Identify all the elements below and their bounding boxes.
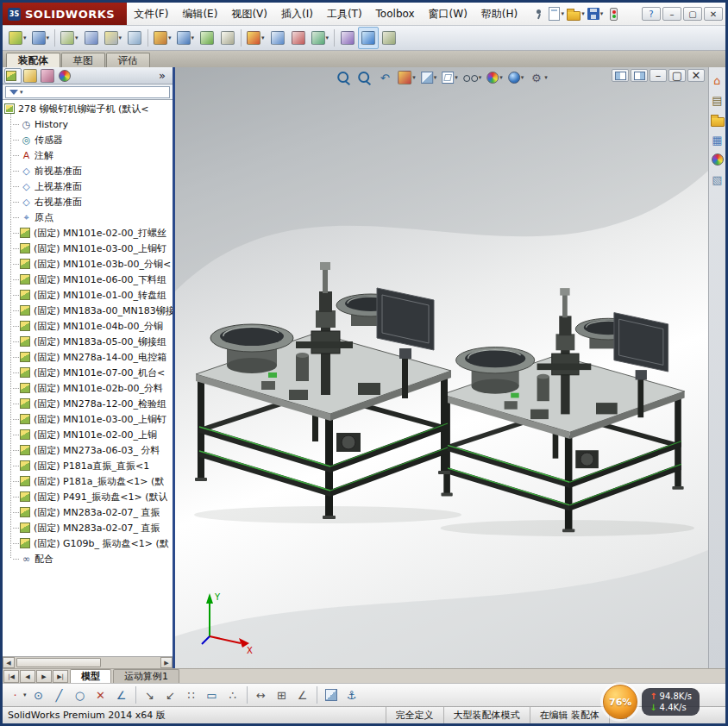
tree-item[interactable]: (固定) MN101e-03-00_上铜钉 (3, 241, 173, 256)
tab-scroll-last[interactable]: ▶| (53, 670, 68, 683)
section-view[interactable]: ▾ (396, 69, 417, 86)
net-speed-overlay[interactable]: 76% ↑94.8K/s ↓4.4K/s (603, 685, 700, 719)
tree-item[interactable]: (固定) MN278a-12-00_检验组 (3, 396, 173, 411)
move-component-dropdown[interactable]: ▾ (119, 34, 122, 41)
minimize-button[interactable]: – (662, 7, 681, 21)
doc-minimize[interactable]: – (650, 69, 667, 82)
mate[interactable]: ▾ (29, 27, 53, 49)
tree-item[interactable]: (固定) MN101e-02b-00_分料 (3, 380, 173, 396)
tab-evaluate[interactable]: 评估 (106, 53, 150, 67)
open-document[interactable]: ▾ (566, 5, 586, 22)
smart-fasteners[interactable] (81, 27, 102, 49)
move-component[interactable]: ▾ (102, 27, 125, 49)
explode-line-sketch[interactable] (267, 27, 288, 49)
show-hidden-components[interactable] (124, 27, 145, 49)
tree-item[interactable]: (固定) MN101e-07-00_机台< (3, 365, 173, 380)
apply-scene-dropdown[interactable]: ▾ (521, 74, 524, 81)
sketch-point[interactable]: ·▾ (7, 685, 28, 704)
help-button[interactable]: ? (642, 7, 661, 21)
clearance-verification[interactable]: ▾ (309, 27, 332, 49)
interference-detection[interactable] (288, 27, 309, 49)
anchor[interactable]: ⚓ (342, 685, 361, 704)
sketch-point-dropdown[interactable]: ▾ (23, 692, 27, 698)
3d-model-view[interactable]: X Y (175, 67, 708, 668)
sketch-points[interactable]: ∴ (223, 685, 242, 704)
doc-close[interactable]: ✕ (687, 69, 705, 82)
tree-horizontal-scrollbar[interactable]: ◀ ▶ (3, 656, 173, 668)
solidworks-resources[interactable]: ⌂ (710, 72, 725, 88)
speed-ball[interactable]: 76% (603, 685, 637, 719)
edit-appearance-dropdown[interactable]: ▾ (499, 74, 503, 81)
file-explorer[interactable] (710, 112, 725, 128)
tree-item[interactable]: (固定) MN273a-06-03_ 分料 (3, 442, 173, 458)
display-style[interactable]: ▾ (440, 69, 460, 86)
open-document-dropdown[interactable]: ▾ (581, 10, 585, 17)
tree-item[interactable]: (固定) P181a直振_直振<1 (3, 458, 173, 473)
tree-item[interactable]: (固定) P491_振动盘<1> (默认 (3, 489, 173, 504)
insert-components-dropdown[interactable]: ▾ (23, 34, 27, 41)
panel-flyout-chevron[interactable]: » (154, 68, 171, 84)
sketch-line[interactable]: ╱ (50, 685, 69, 704)
tree-item[interactable]: (固定) P181a_振动盘<1> (默 (3, 473, 173, 489)
exploded-view-dropdown[interactable]: ▾ (261, 34, 265, 41)
grid-snap[interactable]: ⊞ (273, 685, 292, 704)
sketch-mirror-entities[interactable]: ↙ (161, 685, 180, 704)
featuremanager-pane-toggle[interactable] (612, 69, 629, 82)
assembly-visualization[interactable] (358, 27, 379, 49)
featuremanager-tree-tab[interactable] (4, 68, 22, 84)
new-document[interactable]: ▾ (548, 5, 565, 22)
tree-item[interactable]: (固定) MN283a-02-07_ 直振 (3, 520, 173, 535)
tree-item[interactable]: (固定) MN101e-01-00_转盘组 (3, 287, 173, 303)
corner-rectangle[interactable]: ▭ (203, 685, 222, 704)
reference-geometry-dropdown[interactable]: ▾ (191, 34, 195, 41)
clearance-verification-dropdown[interactable]: ▾ (326, 34, 329, 41)
machine-assembly-right[interactable] (441, 288, 695, 536)
rebuild[interactable] (605, 5, 622, 22)
appearances-scenes[interactable] (710, 152, 725, 167)
tab-assembly[interactable]: 装配体 (6, 53, 60, 67)
sketch-offset-entities[interactable]: ↘ (141, 685, 160, 704)
tab-scroll-first[interactable]: |◀ (3, 670, 19, 683)
large-assembly-mode[interactable] (379, 27, 399, 49)
zoom-to-fit[interactable] (334, 69, 353, 86)
hide-show-items-dropdown[interactable]: ▾ (479, 74, 482, 81)
tree-item[interactable]: ◇上视基准面 (3, 178, 173, 194)
new-motion-study[interactable] (197, 27, 217, 49)
hide-show-items[interactable]: ▾ (461, 69, 484, 86)
scroll-right-button[interactable]: ▶ (160, 657, 173, 668)
configurationmanager-tab[interactable] (39, 68, 56, 84)
tab-scroll-prev[interactable]: ◀ (20, 670, 35, 683)
machine-assembly-left[interactable] (194, 262, 461, 523)
tree-item[interactable]: ◎传感器 (3, 132, 173, 147)
scroll-left-button[interactable]: ◀ (3, 657, 15, 668)
tree-item[interactable]: ◷History (3, 116, 173, 132)
mate-dropdown[interactable]: ▾ (47, 34, 50, 41)
tab-sketch[interactable]: 草图 (61, 53, 105, 67)
doc-restore[interactable]: ▢ (668, 69, 686, 82)
save-document-dropdown[interactable]: ▾ (600, 10, 604, 17)
propertymanager-tab[interactable] (22, 68, 39, 84)
edit-appearance[interactable]: ▾ (485, 69, 505, 86)
sketch-trim[interactable]: ✕ (91, 685, 110, 704)
filter-dropdown-icon[interactable]: ▾ (20, 89, 23, 96)
assembly-features-dropdown[interactable]: ▾ (168, 34, 172, 41)
displaymanager-tab[interactable] (56, 68, 73, 84)
bill-of-materials[interactable] (217, 27, 238, 49)
tree-item[interactable]: ◇前视基准面 (3, 163, 173, 178)
tree-root[interactable]: 278 铆银钉机铆端子机 (默认< (3, 101, 173, 116)
measure[interactable] (322, 685, 341, 704)
graphics-area[interactable]: X Y ↶▾▾▾▾▾▾⚙▾ –▢✕ (175, 67, 708, 668)
linear-component-pattern-dropdown[interactable]: ▾ (75, 34, 78, 41)
tree-item[interactable]: (固定) MN183a-05-00_铆接组 (3, 334, 173, 349)
scrollbar-thumb[interactable] (16, 658, 101, 667)
view-orientation-dropdown[interactable]: ▾ (434, 74, 437, 81)
tree-item[interactable]: (固定) MN278a-14-00_电控箱 (3, 349, 173, 365)
exploded-view[interactable]: ▾ (244, 27, 267, 49)
menu-view[interactable]: 视图(V) (224, 3, 274, 25)
linear-sketch-pattern[interactable]: ∷ (182, 685, 201, 704)
sketch-convert-entities[interactable]: ∠ (112, 685, 131, 704)
tree-item[interactable]: (固定) MN101e-03-00_上铜钉 (3, 411, 173, 427)
sketch-ellipse[interactable]: ○ (71, 685, 90, 704)
tree-item[interactable]: (固定) MN101e-02-00_打螺丝 (3, 225, 173, 241)
tree-item[interactable]: (固定) MN183a-00_MN183铆接 (3, 303, 173, 318)
